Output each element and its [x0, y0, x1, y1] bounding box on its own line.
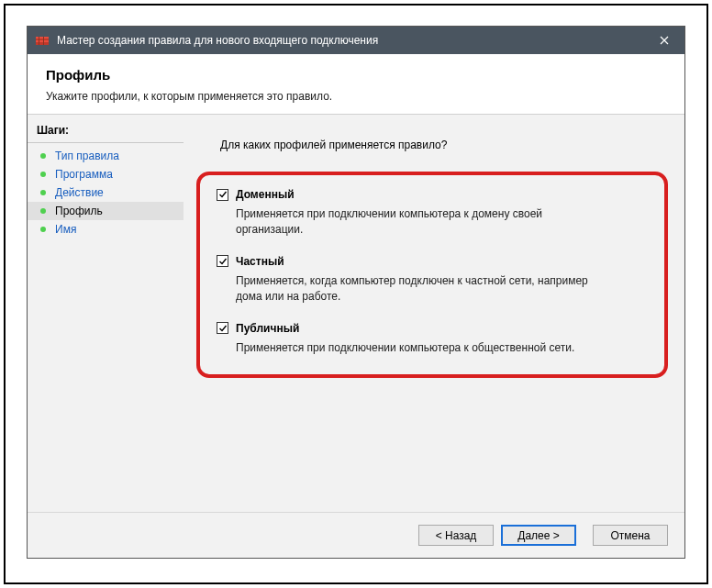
step-name[interactable]: Имя — [28, 220, 184, 239]
step-bullet-icon — [40, 227, 46, 232]
profile-option-private: Частный Применяется, когда компьютер под… — [217, 255, 644, 305]
page-subtitle: Укажите профили, к которым применяется э… — [46, 90, 666, 103]
profile-option-public: Публичный Применяется при подключении ко… — [217, 322, 644, 356]
window-title: Мастер создания правила для нового входя… — [57, 34, 643, 47]
header: Профиль Укажите профили, к которым приме… — [28, 54, 684, 114]
close-button[interactable] — [643, 27, 684, 54]
next-button[interactable]: Далее > — [501, 525, 576, 546]
footer: < Назад Далее > Отмена — [28, 512, 684, 558]
svg-rect-2 — [36, 40, 49, 42]
cancel-button[interactable]: Отмена — [593, 525, 668, 546]
step-bullet-icon — [40, 190, 46, 195]
checkbox-description: Применяется, когда компьютер подключен к… — [236, 273, 603, 305]
step-bullet-icon — [40, 208, 46, 214]
step-label: Действие — [55, 186, 104, 199]
checkbox-domain[interactable] — [217, 189, 228, 201]
step-bullet-icon — [40, 172, 46, 177]
checkbox-label: Доменный — [236, 188, 295, 201]
checkmark-icon — [218, 324, 228, 333]
content-area: Для каких профилей применяется правило? … — [184, 115, 684, 512]
step-label: Профиль — [55, 205, 103, 217]
svg-rect-1 — [36, 37, 49, 39]
checkbox-label: Частный — [236, 255, 284, 268]
step-label: Программа — [55, 168, 113, 181]
step-rule-type[interactable]: Тип правила — [28, 147, 184, 165]
checkbox-description: Применяется при подключении компьютера к… — [236, 206, 603, 239]
step-label: Имя — [55, 223, 76, 236]
steps-heading: Шаги: — [28, 122, 184, 140]
checkbox-private[interactable] — [217, 255, 228, 267]
step-profile[interactable]: Профиль — [28, 202, 184, 220]
profile-option-domain: Доменный Применяется при подключении ком… — [217, 188, 644, 239]
step-bullet-icon — [40, 153, 46, 159]
close-icon — [660, 36, 669, 45]
body: Шаги: Тип правила Программа Действие Про… — [28, 115, 684, 512]
firewall-icon — [35, 33, 50, 48]
step-action[interactable]: Действие — [28, 183, 184, 202]
checkbox-description: Применяется при подключении компьютера к… — [236, 340, 603, 356]
highlight-box: Доменный Применяется при подключении ком… — [196, 172, 668, 378]
step-label: Тип правила — [55, 150, 119, 162]
titlebar: Мастер создания правила для нового входя… — [28, 27, 684, 54]
checkmark-icon — [218, 257, 228, 266]
steps-sidebar: Шаги: Тип правила Программа Действие Про… — [28, 115, 184, 512]
checkbox-label: Публичный — [236, 322, 299, 335]
sidebar-separator — [28, 142, 184, 143]
step-program[interactable]: Программа — [28, 165, 184, 183]
svg-rect-3 — [39, 37, 39, 45]
back-button[interactable]: < Назад — [418, 525, 494, 546]
checkmark-icon — [218, 190, 228, 199]
page-title: Профиль — [46, 67, 666, 83]
wizard-window: Мастер создания правила для нового входя… — [27, 26, 685, 559]
svg-rect-4 — [43, 37, 44, 45]
content-question: Для каких профилей применяется правило? — [220, 139, 657, 151]
checkbox-public[interactable] — [217, 322, 228, 334]
